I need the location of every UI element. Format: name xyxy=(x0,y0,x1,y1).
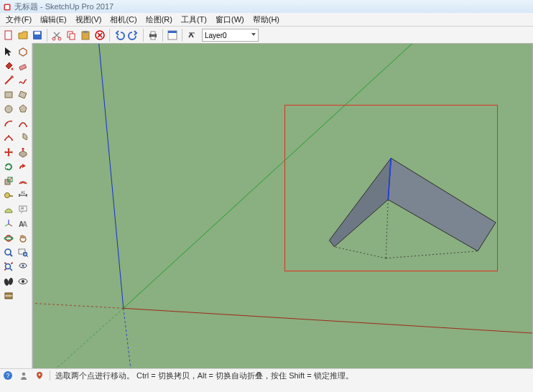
menu-draw[interactable]: 绘图(R) xyxy=(142,14,177,25)
menu-tools[interactable]: 工具(T) xyxy=(177,14,211,25)
walk-tool-icon[interactable] xyxy=(2,275,15,288)
annotation-highlight-rect xyxy=(284,105,498,271)
section-plane-icon[interactable] xyxy=(2,289,15,302)
layer-current-label: Layer0 xyxy=(205,32,227,39)
make-component-icon[interactable] xyxy=(17,45,29,58)
scale-tool-icon[interactable] xyxy=(2,174,15,187)
app-icon xyxy=(3,2,11,11)
svg-rect-13 xyxy=(151,32,155,34)
status-help-icon[interactable]: ? xyxy=(3,370,13,381)
toolbox-left: A1 AI AA xyxy=(0,43,32,369)
status-hint-text: 选取两个点进行移动。 Ctrl = 切换拷贝，Alt = 切换自动折叠，按住 S… xyxy=(52,370,353,381)
save-icon[interactable] xyxy=(31,29,44,42)
rotate-tool-icon[interactable] xyxy=(2,160,15,173)
text-tool-icon[interactable]: AI xyxy=(17,203,29,216)
arc-tool-icon[interactable] xyxy=(2,117,15,130)
svg-rect-18 xyxy=(19,64,27,70)
rotated-rect-icon[interactable] xyxy=(17,88,29,101)
svg-point-39 xyxy=(6,264,11,269)
window-title: 无标题 - SketchUp Pro 2017 xyxy=(14,1,113,12)
menu-window[interactable]: 窗口(W) xyxy=(211,14,249,25)
svg-text:A: A xyxy=(22,220,27,228)
separator xyxy=(182,29,182,42)
freehand-tool-icon[interactable] xyxy=(17,74,29,87)
menu-edit[interactable]: 编辑(E) xyxy=(36,14,71,25)
pie-tool-icon[interactable] xyxy=(17,131,29,144)
position-camera-icon[interactable] xyxy=(17,261,29,274)
svg-rect-1 xyxy=(5,5,9,9)
paste-icon[interactable] xyxy=(79,29,92,42)
pan-tool-icon[interactable] xyxy=(17,232,29,245)
workspace: A1 AI AA xyxy=(0,43,533,369)
svg-rect-19 xyxy=(5,92,12,98)
dimension-tool-icon[interactable]: A1 xyxy=(17,189,29,202)
svg-point-43 xyxy=(8,278,14,286)
svg-text:AI: AI xyxy=(21,206,24,210)
svg-point-63 xyxy=(39,374,41,376)
layer-visible-icon[interactable] xyxy=(185,29,198,42)
protractor-icon[interactable] xyxy=(2,203,15,216)
separator xyxy=(162,29,163,42)
svg-point-21 xyxy=(19,126,20,127)
axes-tool-icon[interactable] xyxy=(2,218,15,230)
zoom-window-icon[interactable] xyxy=(17,246,29,259)
look-around-icon[interactable] xyxy=(17,275,29,288)
svg-point-36 xyxy=(5,249,11,255)
circle-tool-icon[interactable] xyxy=(2,103,15,116)
delete-icon[interactable] xyxy=(93,29,106,42)
title-bar: 无标题 - SketchUp Pro 2017 xyxy=(0,0,533,13)
svg-rect-8 xyxy=(70,34,75,39)
svg-text:A1: A1 xyxy=(21,190,25,195)
paint-bucket-icon[interactable] xyxy=(2,60,15,73)
separator xyxy=(109,29,110,42)
viewport-3d[interactable] xyxy=(32,43,533,369)
tape-measure-icon[interactable] xyxy=(2,189,15,202)
zoom-extents-icon[interactable] xyxy=(2,261,15,274)
svg-text:?: ? xyxy=(6,372,10,379)
svg-rect-37 xyxy=(19,249,25,254)
open-file-icon[interactable] xyxy=(17,29,29,42)
svg-point-17 xyxy=(11,68,14,70)
menu-help[interactable]: 帮助(H) xyxy=(249,14,284,25)
svg-point-20 xyxy=(5,106,12,113)
svg-point-22 xyxy=(26,126,27,127)
polygon-tool-icon[interactable] xyxy=(17,103,29,116)
offset-tool-icon[interactable] xyxy=(17,174,29,187)
separator xyxy=(50,370,50,381)
copy-icon[interactable] xyxy=(65,29,78,42)
svg-point-45 xyxy=(22,280,24,283)
layer-dropdown[interactable]: Layer0 xyxy=(202,29,259,42)
new-file-icon[interactable] xyxy=(2,29,15,42)
arc-3pt-icon[interactable] xyxy=(2,131,15,144)
orbit-tool-icon[interactable] xyxy=(2,232,15,245)
pushpull-tool-icon[interactable] xyxy=(17,146,29,159)
status-person-icon[interactable] xyxy=(19,370,29,381)
line-tool-icon[interactable] xyxy=(2,74,15,87)
move-tool-icon[interactable] xyxy=(2,146,15,159)
print-icon[interactable] xyxy=(147,29,159,42)
svg-point-62 xyxy=(22,373,26,376)
undo-icon[interactable] xyxy=(113,29,126,42)
model-info-icon[interactable] xyxy=(166,29,179,42)
svg-point-41 xyxy=(22,265,24,267)
cut-icon[interactable] xyxy=(50,29,63,42)
svg-point-28 xyxy=(5,193,10,198)
redo-icon[interactable] xyxy=(127,29,140,42)
eraser-icon[interactable] xyxy=(17,60,29,73)
menu-camera[interactable]: 相机(C) xyxy=(106,14,141,25)
rectangle-tool-icon[interactable] xyxy=(2,88,15,101)
extra-tool-icon[interactable] xyxy=(17,289,29,302)
svg-rect-10 xyxy=(83,31,88,33)
svg-rect-16 xyxy=(168,31,177,33)
svg-rect-2 xyxy=(5,31,11,39)
separator xyxy=(143,29,144,42)
zoom-tool-icon[interactable] xyxy=(2,246,15,259)
arc-2pt-icon[interactable] xyxy=(17,117,29,130)
select-tool-icon[interactable] xyxy=(2,45,15,58)
status-geo-icon[interactable] xyxy=(34,370,45,381)
menu-file[interactable]: 文件(F) xyxy=(1,14,36,25)
svg-point-24 xyxy=(8,135,9,136)
followme-tool-icon[interactable] xyxy=(17,160,29,173)
3dtext-tool-icon[interactable]: AA xyxy=(17,218,29,230)
menu-view[interactable]: 视图(V) xyxy=(71,14,106,25)
